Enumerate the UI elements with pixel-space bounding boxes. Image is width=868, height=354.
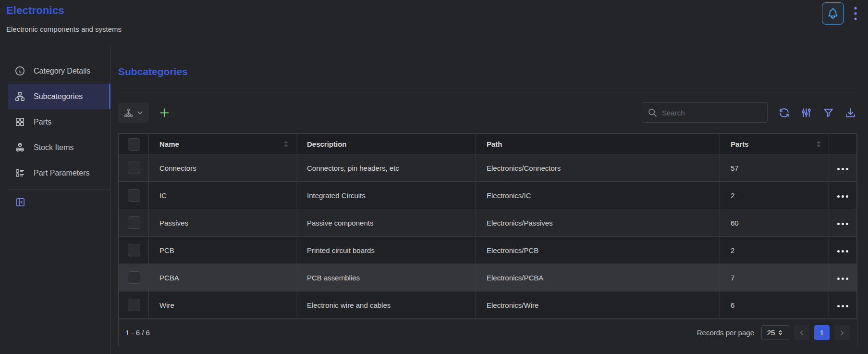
row-checkbox-cell (119, 154, 149, 182)
page-size-value: 25 (767, 329, 775, 337)
row-checkbox[interactable] (128, 189, 140, 202)
chevron-left-icon (798, 329, 806, 337)
sidebar-item-category-details[interactable]: Category Details (8, 58, 110, 84)
row-menu-button[interactable] (833, 188, 852, 203)
search-input[interactable] (662, 109, 762, 117)
dots-horizontal-icon (837, 305, 848, 307)
row-menu-button[interactable] (833, 161, 852, 176)
layout: Category Details Subcategories (0, 46, 868, 354)
search-box (642, 102, 768, 123)
row-actions-cell (829, 154, 857, 182)
column-label: Name (159, 140, 179, 148)
row-checkbox[interactable] (128, 244, 140, 256)
panel-title: Subcategories (118, 65, 857, 78)
table-footer: 1 - 6 / 6 Records per page 25 (119, 319, 857, 346)
table-header-row: Name Description Path (119, 134, 857, 154)
panel-divider (118, 92, 857, 92)
row-checkbox[interactable] (128, 271, 140, 284)
table-toolbar (118, 102, 857, 123)
column-header-path[interactable]: Path (476, 134, 720, 154)
subcategories-table-card: Name Description Path (118, 133, 857, 346)
cell-name: IC (149, 182, 296, 209)
table-row[interactable]: Wire Electronic wire and cables Electron… (119, 291, 857, 319)
cell-path: Electronics/Passives (476, 209, 720, 237)
pagination-controls: Records per page 25 (697, 325, 850, 340)
table-row[interactable]: PCB Printed circuit boards Electronics/P… (119, 237, 857, 264)
row-menu-button[interactable] (833, 243, 852, 258)
record-range-label: 1 - 6 / 6 (125, 329, 150, 337)
chevron-down-icon (136, 109, 144, 117)
dots-horizontal-icon (837, 250, 848, 253)
cell-parts: 6 (720, 291, 829, 319)
sidebar-item-part-parameters[interactable]: Part Parameters (8, 160, 110, 186)
row-checkbox[interactable] (128, 162, 140, 174)
cell-description: Connectors, pin headers, etc (296, 154, 476, 182)
dots-horizontal-icon (837, 223, 848, 225)
list-details-icon (14, 167, 25, 178)
row-menu-button[interactable] (833, 298, 852, 313)
notifications-button[interactable] (822, 2, 844, 25)
row-actions-cell (829, 182, 857, 209)
row-checkbox-cell (119, 209, 149, 237)
cell-parts: 7 (720, 264, 829, 291)
column-header-parts[interactable]: Parts (720, 134, 829, 154)
page-subtitle: Electronic components and systems (6, 25, 861, 33)
cell-name: Wire (149, 291, 296, 319)
subcategories-table: Name Description Path (119, 134, 857, 319)
refresh-button[interactable] (777, 106, 791, 120)
cell-description: PCB assemblies (296, 264, 476, 291)
row-actions-cell (829, 237, 857, 264)
toolbar-right (642, 102, 857, 123)
row-checkbox-cell (119, 264, 149, 291)
add-subcategory-button[interactable] (158, 106, 171, 119)
sidebar-item-subcategories[interactable]: Subcategories (8, 84, 110, 109)
cell-description: Integrated Circuits (296, 182, 476, 209)
app-header: Electronics Electronic components and sy… (0, 0, 868, 46)
dots-vertical-icon (850, 5, 861, 22)
table-row[interactable]: IC Integrated Circuits Electronics/IC 2 (119, 182, 857, 209)
column-header-name[interactable]: Name (149, 134, 296, 154)
adjustments-button[interactable] (799, 106, 813, 120)
next-page-button[interactable] (834, 325, 850, 340)
previous-page-button[interactable] (794, 325, 809, 340)
filter-button[interactable] (821, 106, 835, 120)
cell-parts: 57 (720, 154, 829, 182)
row-menu-button[interactable] (833, 270, 852, 285)
column-label: Parts (731, 140, 749, 148)
page-title: Electronics (6, 4, 861, 17)
row-checkbox[interactable] (128, 216, 140, 229)
page-size-select[interactable]: 25 (761, 325, 789, 340)
records-per-page-label: Records per page (697, 329, 754, 337)
cell-name: Passives (149, 209, 296, 237)
table-row[interactable]: PCBA PCB assemblies Electronics/PCBA 7 (119, 264, 857, 291)
cell-name: PCB (149, 237, 296, 264)
sidebar-collapse-icon (15, 197, 26, 208)
main-panel: Subcategories (110, 46, 868, 354)
sidebar-collapse-button[interactable] (14, 196, 27, 209)
sidebar-item-parts[interactable]: Parts (8, 109, 110, 135)
plus-icon (158, 106, 171, 119)
row-checkbox[interactable] (128, 299, 140, 311)
header-actions (822, 2, 862, 25)
row-menu-button[interactable] (833, 215, 852, 230)
sort-icon (815, 140, 823, 148)
row-actions-cell (829, 209, 857, 237)
table-row[interactable]: Connectors Connectors, pin headers, etc … (119, 154, 857, 182)
grid-icon (14, 116, 25, 127)
cell-path: Electronics/IC (476, 182, 720, 209)
packages-icon (14, 142, 25, 153)
tree-view-dropdown-button[interactable] (118, 102, 149, 123)
refresh-icon (778, 107, 790, 119)
table-row[interactable]: Passives Passive components Electronics/… (119, 209, 857, 237)
column-header-description[interactable]: Description (296, 134, 476, 154)
app-page: Electronics Electronic components and sy… (0, 0, 868, 354)
download-button[interactable] (844, 106, 857, 120)
filter-icon (822, 107, 834, 119)
row-checkbox-cell (119, 182, 149, 209)
adjustments-icon (800, 107, 812, 119)
sidebar-item-stock-items[interactable]: Stock Items (8, 135, 110, 160)
cell-path: Electronics/Wire (476, 291, 720, 319)
overflow-menu-button[interactable] (849, 3, 862, 24)
select-all-checkbox[interactable] (128, 138, 140, 151)
page-button-1[interactable]: 1 (814, 325, 830, 340)
